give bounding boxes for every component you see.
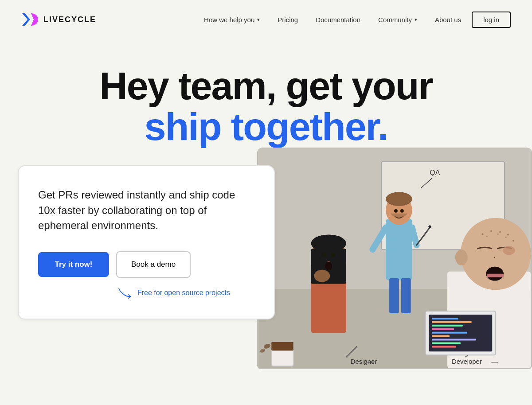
logo[interactable]: LIVECYCLE [21, 12, 96, 27]
try-it-now-button[interactable]: Try it now! [38, 252, 109, 277]
svg-rect-62 [432, 325, 462, 327]
nav-item-community[interactable]: Community ▾ [371, 12, 424, 27]
svg-point-33 [497, 234, 499, 235]
chevron-down-icon-community: ▾ [415, 17, 417, 23]
illustration-container: QA [257, 148, 532, 369]
main-content: Get PRs reviewed instantly and ship code… [0, 165, 532, 319]
svg-point-9 [386, 192, 412, 206]
svg-point-27 [481, 233, 483, 235]
svg-point-31 [512, 240, 514, 241]
nav-link-login[interactable]: log in [472, 12, 511, 28]
nav-item-pricing[interactable]: Pricing [270, 12, 305, 27]
svg-rect-65 [432, 335, 450, 337]
svg-point-34 [505, 237, 506, 238]
nav-item-documentation[interactable]: Documentation [309, 12, 368, 27]
svg-text:QA: QA [430, 168, 440, 176]
svg-rect-7 [386, 219, 412, 280]
svg-rect-66 [432, 339, 476, 340]
svg-rect-64 [432, 331, 467, 333]
hero-headline: Hey team, get your ship together. [18, 66, 514, 148]
logo-icon [21, 12, 40, 27]
svg-line-13 [412, 227, 417, 245]
curved-arrow-icon [118, 287, 134, 299]
svg-marker-0 [22, 13, 30, 26]
svg-point-45 [503, 246, 515, 255]
svg-point-10 [394, 209, 398, 213]
svg-point-21 [331, 253, 335, 257]
nav-item-about[interactable]: About us [428, 12, 468, 27]
nav-link-how-we-help[interactable]: How we help you ▾ [197, 12, 267, 27]
svg-text:—: — [367, 358, 374, 365]
svg-point-24 [314, 270, 330, 282]
svg-rect-49 [271, 342, 293, 350]
svg-rect-14 [389, 278, 399, 313]
svg-rect-44 [487, 274, 504, 277]
free-label-row: Free for open source projects [118, 287, 254, 299]
svg-point-32 [486, 236, 488, 237]
svg-point-30 [507, 234, 509, 235]
nav-links-list: How we help you ▾ Pricing Documentation … [197, 12, 511, 28]
nav-link-documentation[interactable]: Documentation [309, 12, 368, 27]
book-demo-button[interactable]: Book a demo [116, 251, 191, 278]
nav-link-pricing[interactable]: Pricing [270, 12, 305, 27]
svg-point-35 [455, 249, 468, 265]
chevron-down-icon: ▾ [257, 17, 260, 23]
svg-point-47 [428, 225, 431, 228]
svg-point-23 [325, 262, 332, 271]
svg-rect-68 [432, 346, 456, 347]
comic-illustration: QA [258, 148, 531, 368]
svg-text:Developer: Developer [452, 358, 482, 365]
free-label-text: Free for open source projects [137, 289, 230, 297]
nav-item-how-we-help[interactable]: How we help you ▾ [197, 12, 267, 27]
svg-rect-15 [401, 278, 411, 313]
card-description: Get PRs reviewed instantly and ship code… [38, 187, 254, 234]
illustration-area: QA [257, 148, 532, 369]
svg-rect-60 [432, 318, 458, 319]
svg-rect-67 [432, 342, 460, 344]
svg-point-20 [322, 253, 326, 257]
hero-card: Get PRs reviewed instantly and ship code… [18, 165, 275, 319]
main-nav: LIVECYCLE How we help you ▾ Pricing Docu… [0, 0, 532, 39]
nav-link-community[interactable]: Community ▾ [371, 12, 424, 27]
hero-section: Hey team, get your ship together. [0, 39, 532, 165]
svg-point-28 [490, 230, 492, 232]
svg-point-29 [499, 231, 501, 233]
svg-rect-63 [432, 328, 454, 330]
nav-link-about[interactable]: About us [428, 12, 468, 27]
svg-text:—: — [491, 358, 498, 365]
nav-item-login[interactable]: log in [472, 12, 511, 28]
svg-rect-61 [432, 321, 471, 323]
brand-name: LIVECYCLE [43, 15, 96, 24]
svg-point-11 [400, 209, 404, 213]
card-buttons: Try it now! Book a demo [38, 251, 254, 278]
